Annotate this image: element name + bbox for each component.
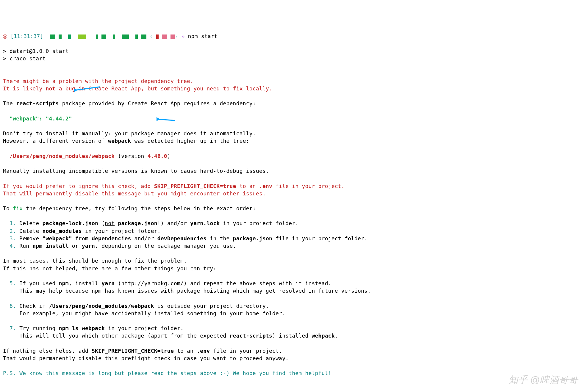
step-number-2: 2. [10,228,16,234]
nothing-1c: to an [174,348,197,354]
require-line-a: The [3,100,16,106]
skip-line-1e: file in your project. [272,183,345,189]
skip-flag: SKIP_PREFLIGHT_CHECK=true [154,183,236,189]
step-3e: and/or [131,235,157,242]
svg-line-1 [158,119,175,120]
error-icon [3,35,7,39]
fix-word: fix [13,205,23,211]
step-4e: , depending on the package manager you u… [95,243,236,249]
step-5-line2: This may help because npm has known issu… [3,288,371,294]
webpack-label: webpack [108,138,131,144]
step-1c: ( [98,220,105,226]
nothing-2: That would permanently disable this pref… [3,355,289,361]
step-1f: package.json [118,220,157,226]
step-7a: Try running [16,325,59,331]
skip-line-1c: to an [236,183,259,189]
ps-line: P.S. We know this message is long but pl… [3,370,331,376]
manual-warning: Manually installing incompatible version… [3,168,269,174]
step-number-7: 7. [10,325,16,331]
step-number-1: 1. [10,220,16,226]
fix-intro-a: To [3,205,13,211]
prompt-time: [11:31:37] [10,33,43,39]
found-mid: (version [115,153,147,159]
step-2c: in your project folder. [82,228,161,234]
nothing-env: .env [197,348,210,354]
step-7-line2a: This will tell you which [3,333,101,339]
warning-line-2c: a bug in Create React App, but something… [56,85,272,92]
skip-line-1a: If you would prefer to ignore this check… [3,183,154,189]
step-3g: in the [207,235,233,242]
most-cases-1: In most cases, this should be enough to … [3,258,187,264]
step-6c: is outside your project directory. [154,303,269,309]
step-7-other: other [101,333,118,339]
step-7-wp: webpack [312,333,335,339]
warning-line-2a: It is likely [3,85,46,92]
step-1e [115,220,118,226]
step-number-5: 5. [10,280,16,286]
step-4d: yarn [82,243,95,249]
step-7b: npm ls webpack [59,325,105,331]
step-1b: package-lock.json [42,220,98,226]
skip-line-2: That will permanently disable this messa… [3,190,266,197]
nothing-1e: file in your project. [210,348,282,354]
step-7-line2e: ) installed [272,333,312,339]
step-7-line2c: package (apart from the expected [118,333,229,339]
run-line-2: > craco start [3,55,46,62]
step-3h: package.json [233,235,272,242]
step-number-4: 4. [10,243,16,249]
step-4a: Run [16,243,32,249]
step-3a: Remove [16,235,42,242]
step-6a: Check if [16,303,49,309]
command-text: npm start [188,33,218,39]
nothing-1a: If nothing else helps, add [3,348,92,354]
step-number-3: 3. [10,235,16,242]
dont-line-1: Don't try to install it manually: your p… [3,130,256,137]
step-3b: "webpack" [42,235,72,242]
dont-line-2a: However, a different version of [3,138,108,144]
react-scripts-label: react-scripts [16,100,59,106]
step-4c: or [69,243,82,249]
step-4b: npm install [32,243,68,249]
step-7c: in your project folder. [105,325,184,331]
found-end: ) [167,153,171,159]
step-5b: npm [59,280,69,286]
terminal-output: [11:31:37] ‹ › » npm start > datart@1.0.… [3,25,582,392]
prompt-arrow: » [181,33,184,39]
run-line-1: > datart@1.0.0 start [3,48,69,54]
step-5d: yarn [101,280,115,286]
dont-line-2c: was detected higher up in the tree: [131,138,249,144]
step-3c: from [72,235,92,242]
step-6-line2: For example, you might have accidentally… [3,310,285,316]
redacted-blocks [50,33,147,39]
step-3f: devDependencies [157,235,207,242]
warning-not: not [46,85,55,92]
step-1d: not [105,220,115,226]
step-1i: in your project folder. [220,220,299,226]
warning-line-1: There might be a problem with the projec… [3,78,193,84]
step-3i: file in your project folder. [272,235,367,242]
step-1g: !) and/or [157,220,190,226]
step-2b: node_modules [42,228,82,234]
step-5a: If you used [16,280,59,286]
nothing-flag: SKIP_PREFLIGHT_CHECK=true [92,348,174,354]
most-cases-2: If this has not helped, there are a few … [3,265,216,272]
prompt-sep-left: ‹ [150,33,153,39]
step-5e: (http://yarnpkg.com/) and repeat the abo… [115,280,331,286]
annotation-arrow-icon [157,117,176,122]
found-version: 4.46.0 [148,153,167,159]
required-dependency: "webpack": "4.44.2" [10,115,72,122]
fix-intro-c: the dependency tree, try following the s… [23,205,256,211]
step-7-rs: react-scripts [230,333,272,339]
found-path: /Users/peng/node_modules/webpack [10,153,115,159]
step-1h: yarn.lock [190,220,220,226]
step-number-6: 6. [10,303,16,309]
step-6b: /Users/peng/node_modules/webpack [49,303,154,309]
step-5c: , install [69,280,101,286]
prompt-sep-right: › [175,33,178,39]
step-1a: Delete [16,220,42,226]
step-7-line2g: . [335,333,338,339]
require-line-c: package provided by Create React App req… [59,100,256,106]
step-2a: Delete [16,228,42,234]
skip-env: .env [259,183,272,189]
step-3d: dependencies [92,235,131,242]
